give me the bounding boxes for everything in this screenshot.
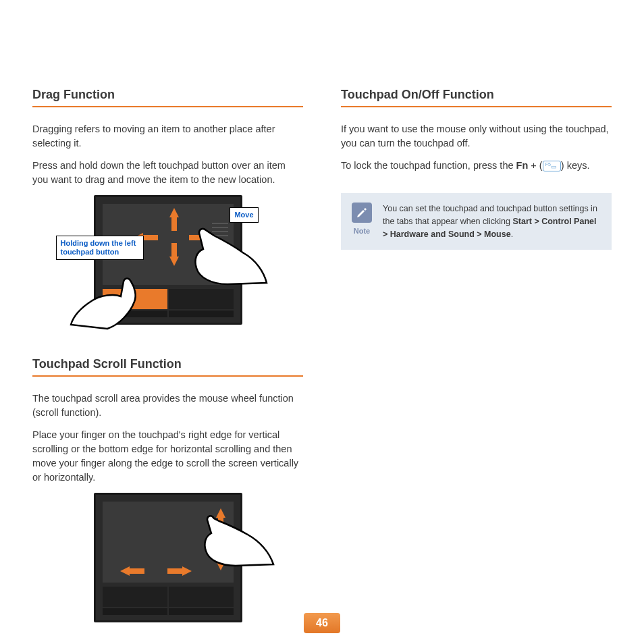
paragraph: The touchpad scroll area provides the mo… — [32, 392, 303, 420]
paragraph: Dragging refers to moving an item to ano… — [32, 122, 303, 151]
callout-hold: Holding down the left touchpad button — [56, 236, 144, 260]
heading-drag-function: Drag Function — [32, 88, 303, 102]
touchpad-right-button — [169, 289, 234, 309]
hand-icon — [67, 276, 155, 330]
text: To lock the touchpad function, press the — [341, 160, 516, 171]
figure-drag: Move Holding down the left touchpad butt… — [32, 195, 303, 338]
text: + ( — [528, 160, 542, 171]
arrow-up-icon — [169, 208, 179, 217]
pencil-icon — [352, 203, 372, 223]
fn-key-label: Fn — [516, 160, 529, 171]
page-number: 46 — [304, 613, 340, 633]
paragraph: If you want to use the mouse only withou… — [341, 122, 612, 151]
hand-icon — [202, 513, 276, 567]
divider — [32, 375, 303, 377]
note-label: Note — [354, 227, 370, 235]
touchpad-key-icon: F5▭ — [543, 161, 561, 171]
paragraph: To lock the touchpad function, press the… — [341, 159, 612, 173]
note-text: You can set the touchpad and touchpad bu… — [383, 203, 601, 240]
touchpad-right-button — [169, 587, 234, 607]
heading-onoff-function: Touchpad On/Off Function — [341, 88, 612, 102]
divider — [341, 106, 612, 107]
callout-move: Move — [230, 207, 258, 223]
heading-scroll-function: Touchpad Scroll Function — [32, 357, 303, 371]
note-box: Note You can set the touchpad and touchp… — [341, 193, 612, 250]
hand-icon — [191, 226, 272, 287]
divider — [32, 106, 303, 107]
text: ) keys. — [561, 160, 590, 171]
touchpad-left-button — [103, 587, 167, 607]
arrow-right-icon — [182, 566, 192, 576]
paragraph: Press and hold down the left touchpad bu… — [32, 159, 303, 187]
paragraph: Place your finger on the touchpad's righ… — [32, 428, 303, 485]
figure-scroll — [32, 493, 303, 622]
arrow-down-icon — [169, 257, 179, 266]
